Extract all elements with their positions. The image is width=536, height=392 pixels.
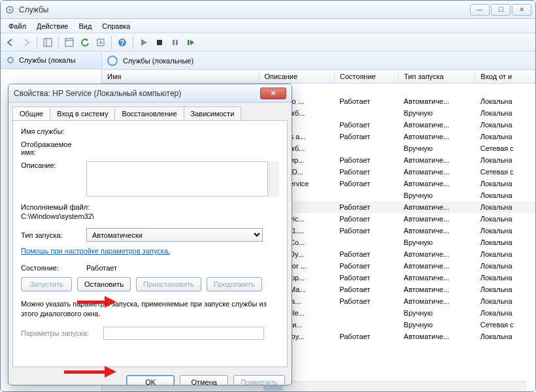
cell-state [334,237,398,248]
cell-state: Работает [334,284,398,295]
panel-title: Службы (локальные) [123,57,193,65]
description-label: Описание: [21,161,86,169]
column-header[interactable]: Имя [102,70,259,84]
cell-logon: Локальна [475,307,535,319]
cancel-button[interactable]: Отмена [180,375,228,385]
cell-state [334,307,398,319]
cell-logon [475,84,535,95]
cell-state [334,319,398,331]
description-textarea[interactable] [86,161,268,197]
cell-state: Работает [334,331,398,342]
cell-start: Вручную [399,319,475,331]
hint-text: Можно указать параметры запуска, применя… [21,299,279,319]
svg-rect-2 [44,39,52,46]
svg-point-1 [9,8,11,10]
svg-rect-4 [65,39,73,46]
svg-rect-11 [176,40,178,45]
svg-text:?: ? [120,38,125,46]
tab-general[interactable]: Общие [12,106,50,120]
properties-button[interactable] [62,35,76,50]
tab-logon[interactable]: Вход в систему [50,106,115,120]
exe-path: C:\Windows\system32\ [21,212,279,220]
cell-logon: Локальна [475,225,535,237]
cell-logon: Локальна [475,237,535,248]
menu-action[interactable]: Действие [31,21,73,31]
cell-start: Автоматиче... [399,178,475,189]
resume-button[interactable]: Продолжить [207,277,262,291]
pause-service-button[interactable] [168,35,182,50]
cell-start: Автоматиче... [399,131,475,142]
pause-button[interactable]: Приостановить [136,277,201,291]
cell-logon: Локальна [475,201,535,213]
column-header[interactable]: Тип запуска [399,70,475,84]
services-icon [5,5,15,15]
restart-service-button[interactable] [184,35,198,50]
panel-header: Службы (локальные) [102,52,535,70]
sidebar-item-services[interactable]: Службы (локалы [1,52,101,69]
service-name-label: Имя службы: [21,127,86,135]
cell-start [399,84,475,95]
cell-logon: Сетевая с [475,166,535,178]
titlebar[interactable]: Службы — ☐ ✕ [1,1,535,19]
cell-state: Работает [334,272,398,284]
cell-logon: Локальна [475,248,535,260]
cell-logon: Локальна [475,107,535,119]
menubar: Файл Действие Вид Справка [1,19,535,33]
menu-file[interactable]: Файл [3,21,31,31]
apply-button[interactable]: Применить [233,375,285,385]
svg-rect-9 [157,40,162,45]
window-title: Службы [19,5,470,14]
cell-logon: Локальна [475,119,535,131]
cell-state: Работает [334,295,398,307]
help-button[interactable]: ? [115,35,129,50]
properties-dialog: Свойства: HP Service (Локальный компьюте… [8,84,292,385]
dialog-titlebar[interactable]: Свойства: HP Service (Локальный компьюте… [8,84,292,103]
stop-button[interactable]: Остановить [77,277,131,291]
maximize-button[interactable]: ☐ [491,4,511,16]
launch-params-label: Параметры запуска: [21,329,103,337]
detail-pane-button[interactable] [41,35,55,50]
cell-state: Работает [334,154,398,166]
column-header[interactable]: Состояние [334,70,398,84]
cell-logon: Локальна [475,260,535,272]
menu-view[interactable]: Вид [73,21,97,31]
tab-recovery[interactable]: Восстановление [114,106,184,120]
toolbar: ? [1,33,535,52]
forward-button[interactable] [19,35,33,50]
tab-body: Имя службы: Отображаемое имя: Описание: … [12,120,288,367]
stop-service-button[interactable] [152,35,167,50]
window-buttons: — ☐ ✕ [470,4,531,16]
description-scrollbar[interactable] [269,161,279,197]
cell-state [334,142,398,154]
svg-rect-12 [188,40,190,45]
cell-state: Работает [334,131,398,142]
dialog-title: Свойства: HP Service (Локальный компьюте… [14,89,260,98]
cell-state [334,189,398,201]
minimize-button[interactable]: — [470,4,490,16]
export-button[interactable] [93,35,108,50]
refresh-icon[interactable] [107,56,118,66]
start-service-button[interactable] [137,35,151,50]
cell-logon: Локальна [475,154,535,166]
tab-dependencies[interactable]: Зависимости [184,106,242,120]
cell-state: Работает [334,213,398,225]
startup-help-link[interactable]: Помощь при настройке параметров запуска. [21,247,170,255]
menu-help[interactable]: Справка [97,21,135,31]
back-button[interactable] [3,35,18,50]
column-header[interactable]: Вход от и [475,70,535,84]
startup-type-label: Тип запуска: [21,231,86,239]
cell-logon: Сетевая с [475,142,535,154]
cell-start: Вручную [399,237,475,248]
column-header[interactable]: Описание [259,70,334,84]
start-button[interactable]: Запустить [21,277,72,291]
ok-button[interactable]: OK [126,375,175,385]
refresh-button[interactable] [78,35,92,50]
sidebar-item-label: Службы (локалы [19,56,76,64]
cell-start: Автоматиче... [399,272,475,284]
cell-start: Автоматиче... [399,213,475,225]
launch-params-input[interactable] [103,327,264,340]
close-button[interactable]: ✕ [512,4,531,16]
startup-type-select[interactable]: Автоматически [86,228,263,242]
dialog-close-button[interactable]: ✕ [260,88,286,99]
cell-start: Вручную [399,189,475,201]
